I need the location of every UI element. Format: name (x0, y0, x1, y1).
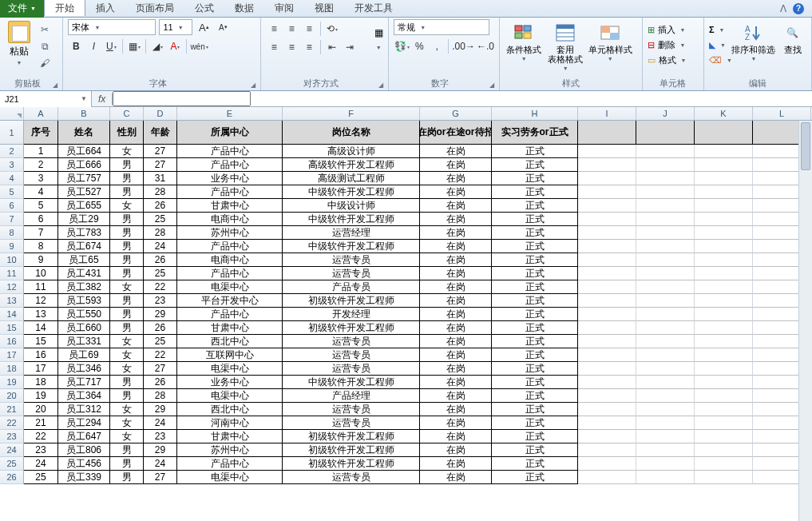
row-header[interactable]: 4 (0, 172, 24, 185)
cell[interactable]: 23 (24, 443, 58, 457)
cell[interactable] (636, 253, 695, 267)
cell[interactable]: 女 (110, 145, 144, 158)
format-cells-button[interactable]: ▭格式▼ (648, 53, 687, 67)
cell[interactable]: 在岗 (420, 253, 492, 267)
cell[interactable]: 员工783 (58, 226, 110, 240)
tab-审阅[interactable]: 审阅 (264, 0, 304, 16)
cell[interactable]: 在岗 (420, 308, 492, 321)
cell[interactable] (636, 267, 695, 280)
cell[interactable]: 女 (110, 403, 144, 416)
cell[interactable]: 正式 (492, 158, 578, 172)
column-header-G[interactable]: G (420, 107, 492, 120)
cell[interactable]: 正式 (492, 294, 578, 308)
cell[interactable] (636, 430, 695, 443)
cell[interactable]: 年龄 (144, 121, 177, 145)
cell[interactable]: 员工456 (58, 457, 110, 471)
cell[interactable]: 运营专员 (283, 348, 420, 362)
row-header[interactable]: 8 (0, 226, 24, 240)
merge-button[interactable]: ▦ ▼ (367, 21, 390, 50)
cell[interactable] (578, 362, 636, 376)
cell[interactable]: 12 (24, 294, 58, 308)
cell[interactable]: 正式 (492, 226, 578, 240)
cell[interactable]: 在岗 (420, 362, 492, 376)
align-bottom-button[interactable]: ≡ (301, 21, 317, 37)
phonetic-button[interactable]: wén (190, 38, 208, 54)
cell[interactable]: 15 (24, 335, 58, 348)
cell[interactable]: 岗位名称 (283, 121, 420, 145)
row-header[interactable]: 6 (0, 199, 24, 213)
cell[interactable] (636, 172, 695, 185)
cell[interactable] (636, 199, 695, 213)
cell[interactable]: 电渠中心 (177, 280, 283, 294)
cell[interactable]: 在岗 (420, 403, 492, 416)
row-header[interactable]: 22 (0, 416, 24, 430)
cell[interactable]: 员工757 (58, 172, 110, 185)
cell[interactable] (636, 403, 695, 416)
cell[interactable]: 在岗 (420, 457, 492, 471)
cell[interactable]: 16 (24, 348, 58, 362)
cell[interactable]: 在岗 (420, 471, 492, 484)
fill-button[interactable]: ◣▼ (709, 38, 728, 52)
cell[interactable]: 电渠中心 (177, 471, 283, 484)
cell[interactable]: 22 (144, 348, 177, 362)
cell[interactable] (578, 471, 636, 484)
cell[interactable]: 男 (110, 376, 144, 389)
cell[interactable]: 正式 (492, 416, 578, 430)
decrease-indent-button[interactable]: ⇤ (324, 39, 340, 55)
cell[interactable]: 男 (110, 471, 144, 484)
cell[interactable] (636, 121, 695, 145)
cell[interactable]: 正式 (492, 253, 578, 267)
cell[interactable]: 员工674 (58, 240, 110, 253)
cell[interactable]: 员工65 (58, 253, 110, 267)
copy-button[interactable]: ⧉ (37, 39, 53, 54)
cell[interactable]: 27 (144, 471, 177, 484)
cell[interactable]: 23 (144, 430, 177, 443)
cell[interactable]: 员工527 (58, 185, 110, 199)
decrease-font-button[interactable]: A▾ (215, 19, 231, 35)
cell[interactable]: 在岗 (420, 443, 492, 457)
delete-cells-button[interactable]: ⊟删除▼ (648, 38, 687, 52)
cell[interactable] (578, 416, 636, 430)
column-header-E[interactable]: E (177, 107, 283, 120)
cell[interactable]: 运营专员 (283, 416, 420, 430)
cell[interactable]: 在岗 (420, 389, 492, 403)
row-header[interactable]: 23 (0, 430, 24, 443)
cell[interactable]: 运营专员 (283, 403, 420, 416)
cell[interactable]: 员工346 (58, 362, 110, 376)
help-icon[interactable]: ? (793, 3, 804, 14)
cell[interactable] (695, 308, 753, 321)
cell[interactable]: 运营专员 (283, 267, 420, 280)
cell[interactable]: 甘肃中心 (177, 430, 283, 443)
cell[interactable] (695, 172, 753, 185)
cell[interactable]: 13 (24, 308, 58, 321)
cell[interactable]: 男 (110, 240, 144, 253)
cell[interactable]: 27 (144, 158, 177, 172)
cell[interactable]: 女 (110, 199, 144, 213)
cell[interactable]: 正式 (492, 362, 578, 376)
tab-数据[interactable]: 数据 (224, 0, 264, 16)
cell[interactable] (695, 457, 753, 471)
cell[interactable]: 在岗 (420, 321, 492, 335)
cell[interactable] (578, 280, 636, 294)
cell[interactable]: 运营专员 (283, 362, 420, 376)
clear-button[interactable]: ⌫▼ (709, 53, 728, 67)
align-right-button[interactable]: ≡ (301, 39, 317, 55)
cell[interactable] (636, 376, 695, 389)
cell[interactable]: 员工331 (58, 335, 110, 348)
cell[interactable] (636, 443, 695, 457)
cell[interactable]: 业务中心 (177, 172, 283, 185)
clipboard-dialog-launcher[interactable]: ◢ (53, 82, 57, 89)
row-header[interactable]: 12 (0, 280, 24, 294)
conditional-format-button[interactable]: 条件格式▼ (505, 21, 543, 62)
cell[interactable] (578, 430, 636, 443)
cell[interactable]: 27 (144, 145, 177, 158)
cell[interactable]: 14 (24, 321, 58, 335)
cell[interactable] (578, 321, 636, 335)
cell[interactable]: 男 (110, 158, 144, 172)
cell[interactable]: 男 (110, 185, 144, 199)
column-header-H[interactable]: H (492, 107, 578, 120)
cell[interactable]: 电商中心 (177, 253, 283, 267)
cell[interactable]: 产品中心 (177, 240, 283, 253)
cell[interactable]: 2 (24, 158, 58, 172)
row-header[interactable]: 15 (0, 321, 24, 335)
